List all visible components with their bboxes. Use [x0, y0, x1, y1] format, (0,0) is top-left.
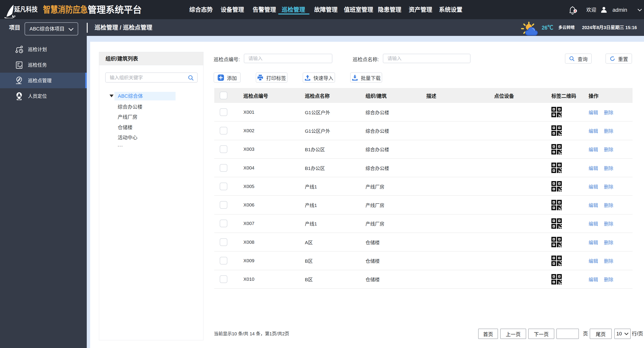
- svg-text:2: 2: [574, 9, 576, 13]
